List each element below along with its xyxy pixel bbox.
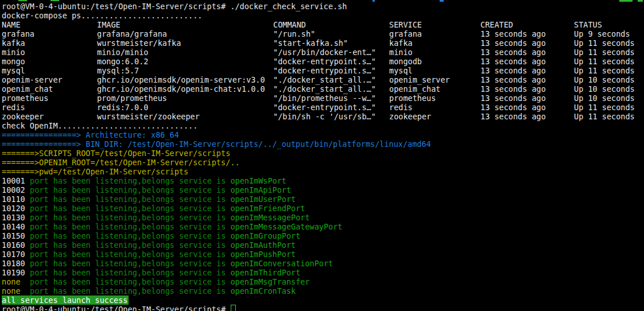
container-service: kafka bbox=[389, 38, 413, 48]
container-image: ghcr.io/openimsdk/openim-chat:v1.0.0 bbox=[97, 84, 265, 94]
port-number: 10110 bbox=[2, 195, 30, 204]
prompt-text: root@VM-0-4-ubuntu:/test/Open-IM-Server/… bbox=[2, 305, 230, 311]
container-name: zookeeper bbox=[2, 112, 44, 121]
header-command: COMMAND bbox=[273, 20, 306, 29]
port-message: port has been listening,belongs service … bbox=[30, 231, 226, 240]
container-service: openim_chat bbox=[389, 84, 440, 94]
table-row: zookeeper wurstmeister/zookeeper "/bin/s… bbox=[2, 112, 644, 121]
container-name: kafka bbox=[2, 38, 25, 48]
container-command: "docker-entrypoint.s…" bbox=[273, 66, 376, 75]
port-message: port has been listening,belongs service … bbox=[30, 222, 226, 231]
container-status: Up 11 seconds bbox=[574, 38, 635, 48]
port-check-line: 10150port has been listening,belongs ser… bbox=[2, 231, 644, 240]
container-name: mongo bbox=[2, 57, 25, 66]
port-service-name: openImFriendPort bbox=[230, 204, 305, 213]
table-row: mongo mongo:6.0.2 "docker-entrypoint.s…"… bbox=[2, 57, 644, 66]
table-row: openim-server ghcr.io/openimsdk/openim-s… bbox=[2, 75, 644, 84]
port-check-line: 10130port has been listening,belongs ser… bbox=[2, 213, 644, 222]
container-command: "/bin/sh -c '/usr/sb…" bbox=[273, 112, 376, 121]
container-status: Up 11 seconds bbox=[574, 112, 635, 121]
container-service: redis bbox=[389, 103, 413, 112]
table-row: prometheus prom/prometheus "/bin/prometh… bbox=[2, 94, 644, 103]
container-image: mysql:5.7 bbox=[97, 66, 139, 75]
container-name: redis bbox=[2, 103, 25, 112]
container-command: "start-kafka.sh" bbox=[273, 38, 348, 48]
container-name: openim_chat bbox=[2, 84, 53, 94]
port-message: port has been listening,belongs service … bbox=[30, 195, 226, 204]
compose-ps-line: docker-compose ps.......................… bbox=[2, 11, 644, 20]
success-message: all services launch success bbox=[2, 296, 129, 305]
container-status: Up 10 seconds bbox=[574, 75, 635, 84]
container-name: grafana bbox=[2, 29, 34, 38]
port-number: 10160 bbox=[2, 240, 30, 250]
container-command: "docker-entrypoint.s…" bbox=[273, 103, 376, 112]
port-service-name: openImUserPort bbox=[230, 195, 296, 204]
header-created: CREATED bbox=[480, 20, 513, 29]
port-service-name: openImMessageGatewayPort bbox=[230, 222, 342, 231]
table-row: redis redis:7.0.0 "docker-entrypoint.s…"… bbox=[2, 103, 644, 112]
port-number: 10150 bbox=[2, 231, 30, 240]
port-service-name: openImAuthPort bbox=[230, 240, 296, 250]
table-row: grafana grafana/grafana "/run.sh" grafan… bbox=[2, 29, 644, 38]
container-image: wurstmeister/zookeeper bbox=[97, 112, 200, 121]
port-number: 10002 bbox=[2, 185, 30, 195]
port-check-line: 10160port has been listening,belongs ser… bbox=[2, 240, 644, 250]
container-service: mysql bbox=[389, 66, 413, 75]
scripts-root-line: =======>SCRIPTS_ROOT=/test/Open-IM-Serve… bbox=[2, 149, 644, 158]
container-created: 13 seconds ago bbox=[480, 57, 546, 66]
port-message: port has been listening,belongs service … bbox=[30, 240, 226, 250]
port-message: port has been listening,belongs service … bbox=[30, 277, 226, 286]
port-number: 10130 bbox=[2, 213, 30, 222]
table-row: minio minio/minio "/usr/bin/docker-ent…"… bbox=[2, 48, 644, 57]
port-check-line: 10190port has been listening,belongs ser… bbox=[2, 268, 644, 277]
port-number: 10140 bbox=[2, 222, 30, 231]
header-name: NAME bbox=[2, 20, 21, 29]
port-check-line: noneport has been listening,belongs serv… bbox=[2, 286, 644, 296]
container-command: "./docker_start_all.…" bbox=[273, 75, 376, 84]
container-status: Up 9 seconds bbox=[574, 29, 630, 38]
port-check-line: 10002port has been listening,belongs ser… bbox=[2, 185, 644, 195]
container-service: prometheus bbox=[389, 94, 436, 103]
port-service-name: openImMsgTransfer bbox=[230, 277, 309, 286]
port-check-line: 10140port has been listening,belongs ser… bbox=[2, 222, 644, 231]
port-check-line: 10001port has been listening,belongs ser… bbox=[2, 176, 644, 185]
port-number: 10001 bbox=[2, 176, 30, 185]
container-service: mongodb bbox=[389, 57, 422, 66]
openim-root-line: =======>OPENIM_ROOT=/test/Open-IM-Server… bbox=[2, 158, 644, 167]
container-command: "docker-entrypoint.s…" bbox=[273, 57, 376, 66]
terminal-window[interactable]: root@VM-0-4-ubuntu:/test/Open-IM-Server/… bbox=[0, 0, 644, 311]
container-created: 13 seconds ago bbox=[480, 38, 546, 48]
container-name: openim-server bbox=[2, 75, 63, 84]
container-image: ghcr.io/openimsdk/openim-server:v3.0 bbox=[97, 75, 265, 84]
text-fragment bbox=[18, 0, 27, 1]
container-service: grafana bbox=[389, 29, 422, 38]
port-service-name: openImPushPort bbox=[230, 250, 296, 259]
container-created: 13 seconds ago bbox=[480, 103, 546, 112]
container-created: 13 seconds ago bbox=[480, 84, 546, 94]
shell-prompt-command: root@VM-0-4-ubuntu:/test/Open-IM-Server/… bbox=[2, 2, 644, 11]
container-image: wurstmeister/kafka bbox=[97, 38, 181, 48]
port-message: port has been listening,belongs service … bbox=[30, 185, 226, 195]
bin-dir-line: ================> BIN_DIR: /test/Open-IM… bbox=[2, 139, 644, 149]
header-status: STATUS bbox=[574, 20, 602, 29]
port-service-name: openImConversationPort bbox=[230, 259, 333, 268]
container-status: Up 10 seconds bbox=[574, 84, 635, 94]
port-service-name: openImGroupPort bbox=[230, 231, 300, 240]
table-row: openim_chat ghcr.io/openimsdk/openim-cha… bbox=[2, 84, 644, 94]
success-line: all services launch success bbox=[2, 296, 644, 305]
port-check-line: noneport has been listening,belongs serv… bbox=[2, 277, 644, 286]
container-image: grafana/grafana bbox=[97, 29, 167, 38]
container-status: Up 11 seconds bbox=[574, 57, 635, 66]
container-created: 13 seconds ago bbox=[480, 112, 546, 121]
port-message: port has been listening,belongs service … bbox=[30, 204, 226, 213]
container-created: 13 seconds ago bbox=[480, 66, 546, 75]
port-check-line: 10110port has been listening,belongs ser… bbox=[2, 195, 644, 204]
port-check-line: 10170port has been listening,belongs ser… bbox=[2, 250, 644, 259]
container-name: minio bbox=[2, 48, 25, 57]
port-message: port has been listening,belongs service … bbox=[30, 268, 226, 277]
container-image: prom/prometheus bbox=[97, 94, 167, 103]
port-number: 10190 bbox=[2, 268, 30, 277]
port-message: port has been listening,belongs service … bbox=[30, 259, 226, 268]
port-message: port has been listening,belongs service … bbox=[30, 286, 226, 296]
container-service: zookeeper bbox=[389, 112, 431, 121]
